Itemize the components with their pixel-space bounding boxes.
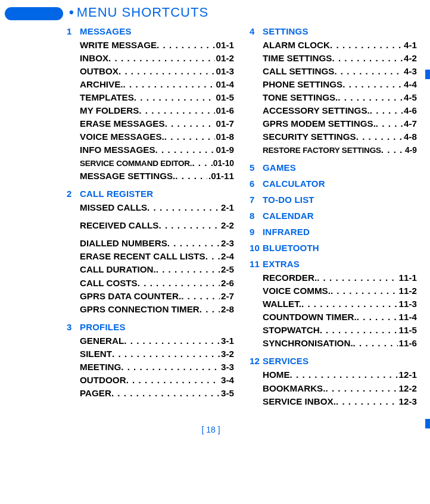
item-code: 3-2 (220, 348, 234, 361)
menu-item: ERASE RECENT CALL LISTS2-4 (80, 250, 234, 263)
item-label: MEETING (80, 361, 121, 374)
item-label: SECURITY SETTINGS (263, 130, 356, 143)
section-items: ALARM CLOCK4-1TIME SETTINGS4-2CALL SETTI… (263, 39, 417, 156)
item-code: 4-3 (403, 65, 417, 78)
item-code: 4-2 (403, 52, 417, 65)
item-code: 4-7 (403, 117, 417, 130)
menu-item: PHONE SETTINGS4-4 (263, 78, 417, 91)
item-code: 01-2 (215, 52, 234, 65)
leader-dots (157, 39, 214, 52)
item-code: 2-4 (220, 250, 234, 263)
menu-item: INFO MESSAGES01-9 (80, 143, 234, 156)
leader-dots (356, 130, 403, 143)
section-heading: 12SERVICES (250, 356, 417, 366)
menu-item: ACCESSORY SETTINGS.4-6 (263, 104, 417, 117)
section-extras: 11EXTRASRECORDER.11-1VOICE COMMS.11-2WAL… (250, 259, 417, 350)
menu-item: ERASE MESSAGES01-7 (80, 117, 234, 130)
section-number: 3 (67, 322, 80, 332)
section-name: CALL REGISTER (80, 189, 153, 199)
section-to-do-list: 7TO-DO LIST (250, 195, 417, 205)
item-label: INBOX (80, 52, 108, 65)
leader-dots (317, 271, 397, 284)
leader-dots (121, 361, 220, 374)
page-number: [ 18 ] (5, 425, 417, 434)
leader-dots (156, 263, 220, 276)
item-code: 12-2 (398, 382, 417, 395)
menu-item: MEETING3-3 (80, 361, 234, 374)
menu-item: MY FOLDERS01-6 (80, 104, 234, 117)
leader-dots (301, 298, 398, 311)
item-label: RESTORE FACTORY SETTINGS (263, 145, 381, 156)
page-title: MENU SHORTCUTS (77, 5, 208, 20)
item-label: WALLET. (263, 298, 301, 311)
item-label: OUTBOX (80, 65, 119, 78)
section-heading: 4SETTINGS (250, 26, 417, 36)
leader-dots (376, 117, 403, 130)
section-heading: 11EXTRAS (250, 259, 417, 269)
leader-dots (124, 334, 220, 348)
menu-item: SYNCHRONISATION.11-6 (263, 337, 417, 350)
item-code: 11-1 (398, 271, 417, 284)
section-name: PROFILES (80, 322, 126, 332)
right-column: 4SETTINGSALARM CLOCK4-1TIME SETTINGS4-2C… (250, 26, 417, 414)
section-number: 11 (250, 259, 263, 269)
leader-dots (119, 65, 215, 78)
leader-dots (181, 290, 220, 303)
section-settings: 4SETTINGSALARM CLOCK4-1TIME SETTINGS4-2C… (250, 26, 417, 156)
menu-item: VOICE COMMS.11-2 (263, 284, 417, 298)
section-heading: 1MESSAGES (67, 26, 234, 36)
item-label: HOME (263, 368, 290, 381)
menu-item: OUTBOX01-3 (80, 65, 234, 78)
item-code: 01-1 (215, 39, 234, 52)
item-label: STOPWATCH (263, 324, 320, 337)
section-name: BLUETOOTH (263, 243, 319, 253)
menu-item: MESSAGE SETTINGS..01-11 (80, 170, 234, 183)
menu-item: STOPWATCH11-5 (263, 324, 417, 337)
section-heading: 6CALCULATOR (250, 179, 417, 189)
leader-dots (357, 311, 398, 324)
item-label: WRITE MESSAGE (80, 39, 157, 52)
item-label: ACCESSORY SETTINGS. (263, 104, 370, 117)
item-code: 3-3 (220, 361, 234, 374)
item-label: GPRS MODEM SETTINGS. (263, 117, 376, 130)
item-label: GENERAL (80, 334, 124, 348)
section-profiles: 3PROFILESGENERAL3-1SILENT3-2MEETING3-3OU… (67, 322, 234, 400)
menu-item: INBOX01-2 (80, 52, 234, 65)
item-code: 11-6 (398, 337, 417, 350)
item-label: INFO MESSAGES (80, 143, 155, 156)
section-heading: 10BLUETOOTH (250, 243, 417, 253)
header-pill (5, 7, 63, 20)
section-heading: 9INFRARED (250, 227, 417, 237)
menu-item: WRITE MESSAGE01-1 (80, 39, 234, 52)
item-code: .01-11 (207, 170, 234, 183)
item-label: MESSAGE SETTINGS. (80, 170, 175, 183)
item-label: GPRS CONNECTION TIMER (80, 303, 200, 316)
menu-item: BOOKMARKS.12-2 (263, 382, 417, 395)
menu-item: TONE SETTINGS.4-5 (263, 91, 417, 104)
leader-dots (147, 201, 220, 214)
menu-item: GPRS DATA COUNTER.2-7 (80, 290, 234, 303)
menu-item: DIALLED NUMBERS2-3 (80, 237, 234, 250)
section-calculator: 6CALCULATOR (250, 179, 417, 189)
leader-dots (108, 52, 214, 65)
menu-item: TEMPLATES01-5 (80, 91, 234, 104)
section-number: 5 (250, 162, 263, 173)
item-label: ALARM CLOCK (263, 39, 330, 52)
leader-dots (126, 374, 220, 387)
item-code: 11-3 (398, 298, 417, 311)
leader-dots (155, 143, 215, 156)
item-code: 2-6 (220, 277, 234, 290)
margin-tab (425, 419, 430, 428)
item-label: PHONE SETTINGS (263, 78, 342, 91)
section-heading: 2CALL REGISTER (67, 189, 234, 199)
menu-item: ARCHIVE.01-4 (80, 78, 234, 91)
item-label: COUNTDOWN TIMER. (263, 311, 357, 324)
item-label: ARCHIVE. (80, 78, 123, 91)
item-label: CALL SETTINGS (263, 65, 334, 78)
menu-item: GPRS MODEM SETTINGS.4-7 (263, 117, 417, 130)
leader-dots (334, 65, 403, 78)
leader-dots (205, 250, 220, 263)
item-code: 2-1 (220, 201, 234, 214)
section-items: GENERAL3-1SILENT3-2MEETING3-3OUTDOOR3-4P… (80, 334, 234, 400)
item-label: RECORDER. (263, 271, 317, 284)
